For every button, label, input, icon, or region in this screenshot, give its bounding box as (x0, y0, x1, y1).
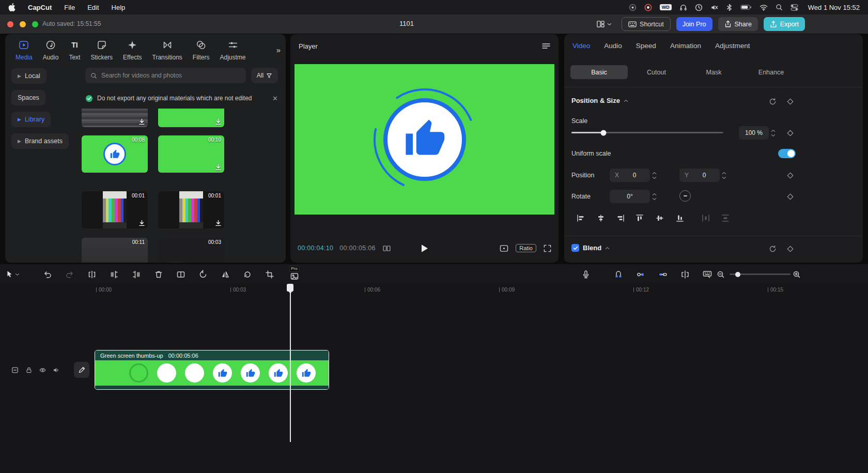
join-pro-button[interactable]: Join Pro (676, 17, 712, 31)
rotate-stepper[interactable] (651, 190, 658, 203)
ratio-button[interactable]: Ratio (516, 244, 536, 252)
media-thumbnail-testcard[interactable]: 00:01 (82, 191, 148, 228)
record-voiceover-icon[interactable] (575, 267, 597, 282)
shortcut-button[interactable]: Shortcut (622, 17, 671, 31)
tab-effects[interactable]: Effects (118, 39, 147, 61)
playhead[interactable] (290, 284, 291, 442)
mute-track-icon[interactable] (51, 365, 60, 375)
hide-track-icon[interactable] (38, 365, 47, 375)
menubar-app-name[interactable]: CapCut (28, 4, 52, 11)
keyframe-diamond-icon[interactable] (784, 127, 796, 139)
align-top-icon[interactable] (633, 212, 646, 224)
reset-position-size-button[interactable] (767, 96, 778, 107)
tab-filters[interactable]: Filters (188, 39, 215, 61)
sidebar-item-spaces[interactable]: Spaces (11, 90, 45, 105)
zoom-out-icon[interactable] (713, 267, 729, 282)
freeze-frame-button[interactable] (169, 267, 192, 282)
download-icon[interactable] (215, 164, 222, 171)
wd-drive-badge[interactable]: WD (660, 4, 672, 10)
track-height-icon[interactable] (10, 365, 20, 375)
status-dot-icon[interactable] (629, 4, 637, 11)
keyframe-diamond-icon[interactable] (784, 170, 796, 181)
media-thumbnail[interactable] (158, 109, 224, 127)
preview-axis-icon[interactable] (674, 267, 696, 282)
delete-right-button[interactable] (125, 267, 147, 282)
scale-slider[interactable] (571, 132, 723, 133)
menu-help[interactable]: Help (112, 4, 126, 11)
distribute-horizontal-icon[interactable] (700, 212, 712, 224)
subtab-cutout[interactable]: Cutout (628, 65, 685, 79)
zoom-slider-knob[interactable] (735, 272, 740, 277)
sidebar-item-library[interactable]: ▶ Library (11, 112, 51, 127)
media-thumbnail[interactable]: 00:10 (158, 135, 224, 173)
download-icon[interactable] (138, 118, 145, 125)
fit-preview-icon[interactable] (500, 245, 508, 252)
tab-speed[interactable]: Speed (636, 42, 656, 50)
align-center-horizontal-icon[interactable] (595, 212, 607, 224)
clock-icon[interactable] (695, 4, 703, 11)
keyframe-diamond-icon[interactable] (784, 96, 796, 107)
minimize-window-button[interactable] (20, 21, 26, 27)
auto-attract-icon[interactable] (629, 267, 652, 282)
scale-stepper[interactable] (770, 126, 777, 140)
fullscreen-icon[interactable] (544, 245, 551, 252)
tab-video[interactable]: Video (572, 42, 590, 50)
tab-audio-inspector[interactable]: Audio (604, 42, 622, 50)
align-middle-vertical-icon[interactable] (654, 212, 666, 224)
media-thumbnail[interactable]: 00:11 (82, 238, 148, 263)
volume-muted-icon[interactable] (710, 4, 718, 11)
position-size-section-header[interactable]: Position & Size (571, 97, 628, 104)
menubar-clock[interactable]: Wed 1 Nov 15:52 (808, 4, 860, 11)
tab-audio[interactable]: Audio (38, 39, 64, 61)
spotlight-icon[interactable] (776, 4, 783, 11)
align-left-icon[interactable] (575, 212, 587, 224)
timeline-clip-green-screen[interactable]: Green screen thumbs-up 00:00:05:06 (95, 350, 329, 390)
zoom-in-icon[interactable] (789, 267, 804, 282)
export-button[interactable]: Export (764, 17, 805, 31)
edit-clip-button[interactable] (74, 362, 89, 378)
menu-edit[interactable]: Edit (87, 4, 99, 11)
keyframe-diamond-icon[interactable] (784, 243, 796, 254)
download-icon[interactable] (138, 220, 145, 226)
headphones-icon[interactable] (679, 4, 687, 11)
close-window-button[interactable] (7, 21, 13, 27)
download-icon[interactable] (215, 220, 222, 226)
blend-section-header[interactable]: Blend (571, 244, 610, 252)
zoom-slider[interactable] (730, 273, 791, 275)
media-thumbnail[interactable]: 00:03 (158, 238, 224, 263)
playhead-handle[interactable] (287, 284, 293, 292)
sidebar-item-local[interactable]: ▶ Local (11, 68, 47, 84)
align-bottom-icon[interactable] (674, 212, 686, 224)
check-circle-icon[interactable] (85, 95, 93, 102)
rotate-value-field[interactable]: 0° (610, 190, 650, 203)
position-x-stepper[interactable] (651, 169, 658, 182)
battery-icon[interactable] (740, 4, 752, 10)
chroma-key-button[interactable]: Pro (283, 267, 305, 282)
sidebar-item-brand-assets[interactable]: ▶ Brand assets (11, 133, 69, 149)
player-menu-icon[interactable] (542, 43, 550, 49)
position-x-field[interactable]: X 0 (610, 169, 650, 182)
tab-stickers[interactable]: Stickers (85, 39, 118, 61)
blend-checkbox[interactable] (571, 244, 579, 252)
main-track-magnet-icon[interactable] (607, 267, 629, 282)
undo-button[interactable] (36, 267, 58, 282)
tab-text[interactable]: TI Text (64, 39, 85, 61)
media-thumbnail-thumbs-up[interactable]: 00:08 (82, 135, 148, 173)
tab-media[interactable]: Media (10, 39, 38, 61)
tab-animation[interactable]: Animation (670, 42, 701, 50)
delete-left-button[interactable] (103, 267, 125, 282)
wifi-icon[interactable] (760, 4, 768, 11)
more-tabs-chevron[interactable]: » (276, 45, 281, 54)
uniform-scale-toggle[interactable] (778, 149, 796, 158)
position-y-stepper[interactable] (721, 169, 727, 182)
reset-blend-button[interactable] (767, 243, 778, 254)
crop-button[interactable] (258, 267, 281, 282)
frame-preview-icon[interactable] (383, 245, 391, 252)
search-input[interactable] (101, 72, 241, 79)
position-y-field[interactable]: Y 0 (679, 169, 720, 182)
subtab-basic[interactable]: Basic (570, 65, 628, 79)
apple-icon[interactable] (8, 3, 16, 11)
keyframe-diamond-icon[interactable] (784, 191, 796, 202)
layout-switcher-button[interactable] (596, 20, 612, 28)
close-icon[interactable]: ✕ (272, 95, 278, 102)
